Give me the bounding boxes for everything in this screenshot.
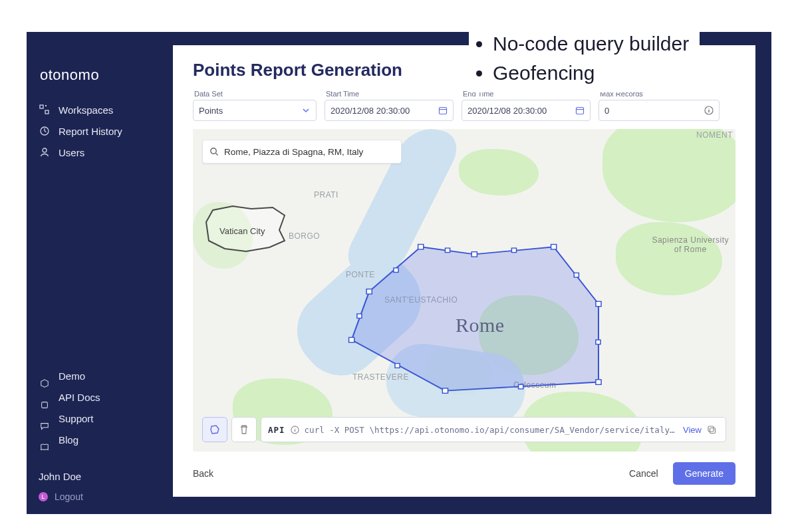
map-label-eustachio: SANT'EUSTACHIO [384, 295, 458, 305]
sidebar-item-report-history[interactable]: Report History [39, 125, 161, 137]
start-time-label: Start Time [326, 90, 454, 98]
map-label-sapienza: Sapienza Universityof Rome [652, 235, 729, 254]
sidebar-item-label: Report History [59, 126, 122, 137]
map-label-noment: NOMENT [696, 130, 733, 140]
map-label-vatican: Vatican City [219, 226, 265, 236]
svg-point-26 [211, 148, 216, 154]
map-toolbar: API curl -X POST \https://api.otonomo.io… [202, 417, 726, 442]
sidebar-item-api-docs[interactable]: API Docs [39, 391, 161, 403]
map-search-input[interactable]: Rome, Piazza di Spagna, RM, Italy [202, 140, 402, 164]
polygon-tool-button[interactable] [202, 417, 227, 442]
footer-actions: Back Cancel Generate [193, 452, 735, 485]
primary-nav: Workspaces Report History Users [39, 104, 161, 158]
sidebar-item-demo[interactable]: Demo [39, 370, 161, 382]
svg-rect-28 [710, 428, 716, 433]
query-controls: Data Set Points Start Time 2020/12/08 20… [193, 90, 735, 121]
map-label-ponte: PONTE [346, 270, 375, 279]
feature-item: Geofencing [493, 59, 689, 88]
chevron-down-icon [301, 106, 311, 115]
avatar: L [39, 492, 48, 501]
dataset-control: Data Set Points [193, 90, 317, 121]
cube-icon [39, 378, 51, 390]
api-preview: API curl -X POST \https://api.otonomo.io… [261, 417, 726, 442]
user-name: John Doe [39, 471, 161, 482]
history-icon [39, 125, 51, 137]
map-label-rome: Rome [456, 314, 505, 336]
svg-rect-5 [42, 402, 48, 408]
sidebar-item-label: Support [59, 413, 94, 424]
copy-icon[interactable] [707, 425, 719, 435]
sidebar-item-label: Blog [59, 434, 78, 446]
svg-rect-2 [45, 105, 47, 106]
sidebar-item-support[interactable]: Support [39, 412, 161, 424]
sidebar-item-label: API Docs [59, 392, 100, 403]
sidebar-item-label: Demo [59, 370, 85, 382]
max-records-value: 0 [604, 106, 609, 116]
start-time-value: 2020/12/08 20:30:00 [331, 106, 410, 116]
map[interactable]: PRATI BORGO PONTE SANT'EUSTACHIO TRASTEV… [193, 129, 735, 452]
sidebar-item-users[interactable]: Users [39, 146, 161, 158]
calendar-icon [438, 106, 448, 115]
generate-button[interactable]: Generate [673, 462, 735, 485]
logout-link[interactable]: Logout [55, 491, 83, 502]
brand-logo: otonomo [40, 66, 161, 84]
map-label-colosseum: Colosseum [513, 380, 557, 390]
svg-rect-6 [440, 108, 447, 114]
max-records-control: Max Records 0 [598, 90, 720, 121]
calendar-icon [575, 106, 585, 115]
dataset-select[interactable]: Points [193, 100, 317, 121]
info-icon [704, 106, 714, 115]
svg-rect-7 [577, 108, 584, 114]
end-time-control: End Time 2020/12/08 20:30:00 [462, 90, 591, 121]
back-button[interactable]: Back [193, 468, 213, 479]
svg-rect-0 [40, 105, 43, 108]
search-icon [209, 147, 219, 156]
start-time-control: Start Time 2020/12/08 20:30:00 [325, 90, 454, 121]
sidebar-item-blog[interactable]: Blog [39, 434, 161, 446]
svg-rect-29 [708, 426, 714, 432]
cancel-button[interactable]: Cancel [629, 468, 658, 479]
api-curl-text: curl -X POST \https://api.otonomo.io/api… [305, 425, 678, 435]
dataset-label: Data Set [194, 90, 317, 98]
book-icon [39, 442, 51, 454]
map-label-borgo: BORGO [289, 231, 320, 241]
dataset-value: Points [199, 106, 223, 116]
app-window: otonomo Workspaces Report History [27, 32, 771, 514]
sidebar: otonomo Workspaces Report History [27, 32, 173, 514]
users-icon [39, 146, 51, 158]
feature-item: No-code query builder [493, 29, 689, 59]
info-icon [291, 426, 299, 434]
svg-rect-1 [45, 110, 49, 114]
map-label-trastevere: TRASTEVERE [352, 372, 409, 382]
workspaces-icon [39, 104, 51, 116]
sidebar-item-label: Users [59, 147, 84, 158]
start-time-input[interactable]: 2020/12/08 20:30:00 [325, 100, 454, 121]
docs-icon [39, 399, 51, 411]
user-block: John Doe L Logout [39, 471, 161, 502]
feature-list: No-code query builder Geofencing [469, 27, 700, 92]
end-time-input[interactable]: 2020/12/08 20:30:00 [462, 100, 591, 121]
main-panel: Points Report Generation Data Set Points… [173, 45, 755, 497]
delete-polygon-button[interactable] [231, 417, 257, 442]
end-time-value: 2020/12/08 20:30:00 [467, 106, 547, 116]
chat-icon [39, 420, 51, 432]
sidebar-item-workspaces[interactable]: Workspaces [39, 104, 161, 116]
max-records-input[interactable]: 0 [598, 100, 720, 121]
svg-point-4 [43, 148, 47, 152]
map-label-prati: PRATI [314, 190, 338, 200]
api-view-link[interactable]: View [683, 425, 702, 435]
api-tag: API [268, 425, 285, 435]
secondary-nav: Demo API Docs Support [39, 370, 161, 446]
sidebar-item-label: Workspaces [59, 104, 113, 116]
map-background [193, 129, 735, 452]
map-search-value: Rome, Piazza di Spagna, RM, Italy [224, 147, 363, 157]
